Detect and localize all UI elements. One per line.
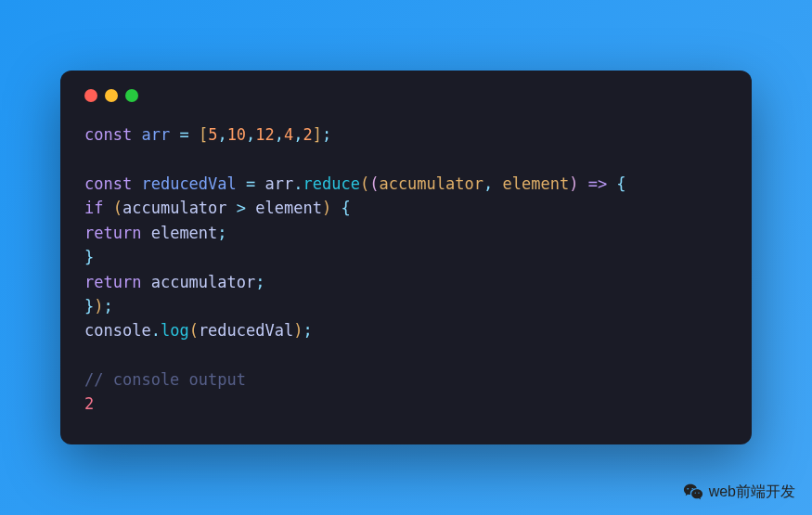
brace-open: { [341,199,350,217]
space [331,199,341,217]
output-value: 2 [84,394,94,413]
paren-close: ) [322,199,331,217]
method-log: log [161,321,189,340]
bracket-close: ] [313,125,322,144]
number: 4 [284,125,293,144]
space [141,224,150,242]
brace-open: { [616,174,625,193]
identifier-arr: arr [265,174,294,193]
comment: // console output [84,370,246,389]
keyword-return: return [84,273,141,291]
paren-open: ( [189,321,199,340]
window-controls [84,89,728,102]
semicolon: ; [322,125,331,144]
number: 12 [255,125,274,144]
identifier-element: element [255,199,322,217]
watermark: web前端开发 [683,482,795,502]
paren-open: ( [360,174,369,193]
number: 5 [208,125,217,144]
bracket-open: [ [199,125,208,144]
space [493,174,502,193]
paren-close: ) [94,297,103,315]
code-editor-window: const arr = [5,10,12,4,2]; const reduced… [60,71,752,444]
comma: , [293,125,303,144]
identifier-element: element [151,224,218,242]
code-block: const arr = [5,10,12,4,2]; const reduced… [84,122,728,416]
identifier-reducedval: reducedVal [199,321,293,340]
param-element: element [503,174,570,193]
keyword-const: const [84,174,132,193]
keyword-const: const [84,125,132,144]
semicolon: ; [217,224,226,242]
paren-close: ) [569,174,578,193]
close-icon[interactable] [84,89,97,102]
identifier-arr: arr [141,125,170,144]
identifier-accumulator: accumulator [122,199,227,217]
maximize-icon[interactable] [125,89,138,102]
paren-open: ( [369,174,379,193]
wechat-icon [683,482,703,502]
comma: , [275,125,284,144]
keyword-if: if [84,199,103,217]
paren-close: ) [293,321,303,340]
space [103,199,112,217]
number: 10 [227,125,246,144]
paren-open: ( [113,199,122,217]
minimize-icon[interactable] [105,89,118,102]
identifier-reducedval: reducedVal [141,174,236,193]
arrow: => [578,174,616,193]
dot: . [151,321,161,340]
brace-close: } [84,248,94,266]
identifier-console: console [84,321,151,340]
operator-gt: > [227,199,256,217]
space [141,273,150,291]
number: 2 [303,125,313,144]
keyword-return: return [84,224,141,242]
semicolon: ; [104,297,113,315]
method-reduce: reduce [303,174,359,193]
comma: , [483,174,493,193]
watermark-text: web前端开发 [709,483,795,502]
operator-eq: = [237,174,265,193]
semicolon: ; [255,273,264,291]
comma: , [217,125,226,144]
identifier-accumulator: accumulator [151,273,256,291]
comma: , [246,125,255,144]
operator-eq: = [170,125,199,144]
semicolon: ; [303,321,312,340]
param-accumulator: accumulator [379,174,483,193]
brace-close: } [84,297,94,315]
dot: . [293,174,303,193]
